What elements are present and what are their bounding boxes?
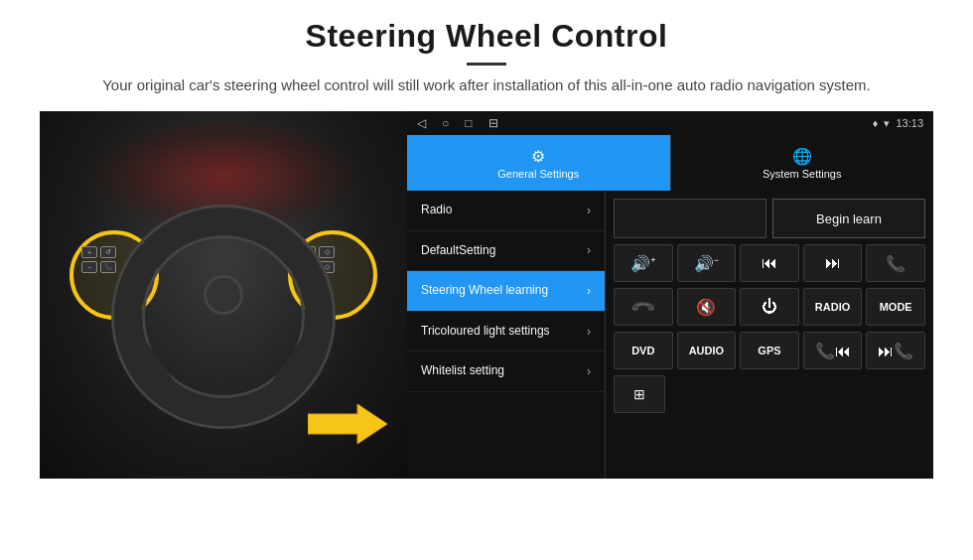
power-button[interactable]: ⏻ xyxy=(740,288,799,326)
call-icon: 📞 xyxy=(886,254,905,273)
menu-item-radio-label: Radio xyxy=(421,203,452,218)
menu-item-tricolour-label: Tricoloured light settings xyxy=(421,324,550,340)
ctrl-row-2: 📞 🔇 ⏻ RADIO MODE xyxy=(614,288,925,326)
ctrl-row-1: 🔊+ 🔊− ⏮ ⏭ 📞 xyxy=(614,244,925,282)
menu-arrow-whitelist: › xyxy=(587,364,591,378)
menu-item-whitelist-label: Whitelist setting xyxy=(421,363,504,379)
steering-wheel-image: + ↺ − 📞 ⊟ ◇ ○ ◇ xyxy=(40,111,407,479)
nav-icons: ◁ ○ □ ⊟ xyxy=(417,116,498,130)
next-tel-button[interactable]: ⏭📞 xyxy=(866,332,925,369)
next-tel-icon: ⏭📞 xyxy=(878,342,913,360)
gps-button[interactable]: GPS xyxy=(740,332,799,369)
prev-track-icon: ⏮ xyxy=(762,254,777,272)
power-icon: ⏻ xyxy=(762,298,777,316)
menu-arrow-steering: › xyxy=(587,284,591,298)
vol-down-button[interactable]: 🔊− xyxy=(677,244,737,282)
recents-icon[interactable]: □ xyxy=(465,116,472,130)
mode-button[interactable]: MODE xyxy=(866,288,925,326)
location-icon: ♦ xyxy=(873,117,879,129)
menu-item-default[interactable]: DefaultSetting › xyxy=(407,231,605,272)
menu-item-radio[interactable]: Radio › xyxy=(407,191,605,231)
menu-item-steering[interactable]: Steering Wheel learning › xyxy=(407,271,605,312)
mode-label: MODE xyxy=(880,301,912,313)
menu-item-default-label: DefaultSetting xyxy=(421,243,495,259)
tab-general-settings[interactable]: ⚙ General Settings xyxy=(407,135,670,191)
tab-system-settings[interactable]: 🌐 System Settings xyxy=(670,135,934,191)
tab-general-label: General Settings xyxy=(497,168,579,180)
content-area: + ↺ − 📞 ⊟ ◇ ○ ◇ xyxy=(40,111,933,479)
answer-button[interactable]: 📞 xyxy=(614,288,673,326)
system-settings-icon: 🌐 xyxy=(792,147,812,166)
controls-panel: Begin learn 🔊+ 🔊− ⏮ xyxy=(606,191,933,479)
menu-grid-icon: ⊞ xyxy=(633,386,645,402)
ctrl-row-3: DVD AUDIO GPS 📞⏮ ⏭📞 xyxy=(614,332,925,369)
menu-list: Radio › DefaultSetting › Steering Wheel … xyxy=(407,191,606,479)
status-bar: ◁ ○ □ ⊟ ♦ ▾ 13:13 xyxy=(407,111,933,135)
next-track-button[interactable]: ⏭ xyxy=(803,244,863,282)
call-button[interactable]: 📞 xyxy=(866,244,925,282)
page-title: Steering Wheel Control xyxy=(40,18,933,55)
wifi-icon: ▾ xyxy=(884,117,890,130)
vol-up-button[interactable]: 🔊+ xyxy=(614,244,673,282)
menu-arrow-tricolour: › xyxy=(587,325,591,339)
menu-item-tricolour[interactable]: Tricoloured light settings › xyxy=(407,312,605,352)
menu-icon[interactable]: ⊟ xyxy=(488,116,498,130)
gps-label: GPS xyxy=(758,345,780,356)
answer-icon: 📞 xyxy=(629,293,657,321)
radio-label: RADIO xyxy=(815,301,850,313)
tel-prev-icon: 📞⏮ xyxy=(815,342,851,360)
tab-bar: ⚙ General Settings 🌐 System Settings xyxy=(407,135,933,191)
main-content: Radio › DefaultSetting › Steering Wheel … xyxy=(407,191,933,479)
title-section: Steering Wheel Control Your original car… xyxy=(40,18,933,97)
svg-marker-0 xyxy=(308,404,387,444)
menu-item-whitelist[interactable]: Whitelist setting › xyxy=(407,351,605,392)
mute-icon: 🔇 xyxy=(696,298,716,317)
top-row: Begin learn xyxy=(614,199,925,238)
tel-prev-button[interactable]: 📞⏮ xyxy=(803,332,863,369)
back-icon[interactable]: ◁ xyxy=(417,116,426,130)
time-display: 13:13 xyxy=(896,117,923,129)
menu-arrow-radio: › xyxy=(587,204,591,217)
dvd-button[interactable]: DVD xyxy=(614,332,673,369)
empty-input-box xyxy=(614,199,766,238)
tab-system-label: System Settings xyxy=(763,168,841,180)
ctrl-row-4: ⊞ xyxy=(614,375,925,413)
begin-learn-button[interactable]: Begin learn xyxy=(772,199,925,238)
dvd-label: DVD xyxy=(631,345,654,356)
audio-button[interactable]: AUDIO xyxy=(677,332,737,369)
title-divider xyxy=(467,63,506,66)
menu-arrow-default: › xyxy=(587,243,591,257)
vol-up-icon: 🔊+ xyxy=(630,254,655,273)
pointing-arrow xyxy=(308,399,387,449)
menu-grid-button[interactable]: ⊞ xyxy=(614,375,665,413)
menu-item-steering-label: Steering Wheel learning xyxy=(421,283,548,299)
radio-button[interactable]: RADIO xyxy=(803,288,863,326)
audio-label: AUDIO xyxy=(689,345,724,356)
vol-down-icon: 🔊− xyxy=(694,254,719,273)
next-track-icon: ⏭ xyxy=(825,254,841,272)
general-settings-icon: ⚙ xyxy=(531,147,545,166)
status-right: ♦ ▾ 13:13 xyxy=(873,117,923,130)
prev-track-button[interactable]: ⏮ xyxy=(740,244,799,282)
home-icon[interactable]: ○ xyxy=(442,116,449,130)
mute-button[interactable]: 🔇 xyxy=(677,288,737,326)
android-panel: ◁ ○ □ ⊟ ♦ ▾ 13:13 ⚙ General Settings xyxy=(407,111,933,479)
subtitle: Your original car's steering wheel contr… xyxy=(79,73,894,97)
